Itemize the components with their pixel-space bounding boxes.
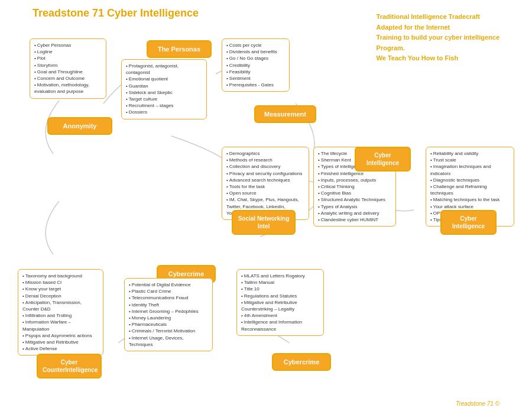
personas-content-box: Protagonist, antagonist, contagonist Emo… bbox=[121, 59, 207, 119]
right-line-3: Training to build your cyber intelligenc… bbox=[377, 33, 499, 43]
cybercrime-1-content-box: Potential of Digital Evidence Plastic Ca… bbox=[124, 278, 213, 351]
cyber-counter-intel-content-box: Taxonomy and background Mission based CI… bbox=[18, 269, 103, 355]
right-line-1: Traditional Intelligence Tradecraft bbox=[377, 12, 499, 22]
cybercrime-2-content-box: MLATS and Letters Rogatory Tallinn Manua… bbox=[236, 269, 324, 336]
watermark: Treadstone 71 © bbox=[456, 400, 499, 407]
cybercrime-2-label: Cybercrime bbox=[272, 353, 331, 371]
cyber-counter-intelligence-label: Cyber CounterIntelligence bbox=[37, 354, 102, 379]
the-personas-label: The Personas bbox=[147, 40, 212, 58]
social-net-content-box: Demographics Methods of research Collect… bbox=[222, 147, 309, 220]
right-line-4: Program. bbox=[377, 43, 499, 54]
cyber-intelligence-2-label: Cyber Intelligence bbox=[440, 210, 497, 235]
anonymity-label: Anonymity bbox=[47, 117, 112, 135]
anonymity-content-box: Cyber Personas Logline Plot Storyform Go… bbox=[30, 38, 106, 99]
social-networking-intel-label: Social Networking Intel bbox=[232, 210, 296, 235]
cyber-intelligence-1-label: Cyber Intelligence bbox=[355, 147, 411, 172]
main-title: Treadstone 71 Cyber Intelligence bbox=[33, 7, 199, 20]
right-text-block: Traditional Intelligence Tradecraft Adap… bbox=[377, 12, 499, 64]
right-line-2: Adapted for the Internet bbox=[377, 22, 499, 33]
measurement-label: Measurement bbox=[254, 105, 316, 123]
right-line-5: We Teach You How to Fish bbox=[377, 53, 499, 64]
measurement-content-box: Costs per cycle Dividends and benefits G… bbox=[222, 38, 290, 92]
